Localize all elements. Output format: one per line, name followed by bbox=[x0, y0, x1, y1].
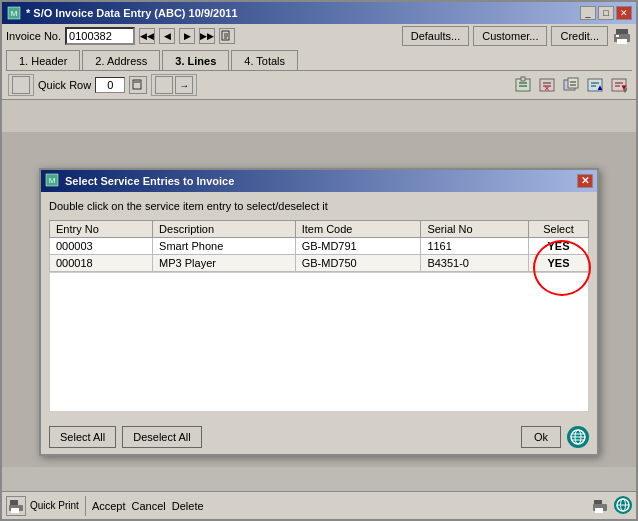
col-item-code: Item Code bbox=[295, 220, 421, 237]
credit-button[interactable]: Credit... bbox=[551, 26, 608, 46]
defaults-button[interactable]: Defaults... bbox=[402, 26, 470, 46]
title-bar: M * S/O Invoice Data Entry (ABC) 10/9/20… bbox=[2, 2, 636, 24]
svg-rect-21 bbox=[568, 78, 578, 88]
right-icon-group: ✕ ▲ bbox=[512, 74, 630, 96]
item-code-cell: GB-MD791 bbox=[295, 237, 421, 254]
lines-section-btn[interactable] bbox=[12, 76, 30, 94]
section-mid: → bbox=[151, 74, 197, 96]
serial-no-cell: B4351-0 bbox=[421, 254, 529, 271]
divider bbox=[85, 496, 86, 516]
nav-next-button[interactable]: ▶ bbox=[179, 28, 195, 44]
globe-icon bbox=[567, 426, 589, 448]
invoice-label: Invoice No. bbox=[6, 30, 61, 42]
app-icon: M bbox=[6, 5, 22, 21]
table-row[interactable]: 000003 Smart Phone GB-MD791 1161 YES bbox=[50, 237, 589, 254]
deselect-all-button[interactable]: Deselect All bbox=[122, 426, 201, 448]
svg-text:✕: ✕ bbox=[544, 85, 550, 92]
modal-description: Double click on the service item entry t… bbox=[49, 200, 589, 212]
modal-overlay: M Select Service Entries to Invoice ✕ Do… bbox=[2, 132, 636, 491]
select-cell: YES bbox=[529, 237, 589, 254]
svg-rect-41 bbox=[11, 508, 19, 513]
nav-first-button[interactable]: ◀◀ bbox=[139, 28, 155, 44]
svg-rect-10 bbox=[133, 80, 141, 89]
tab-address[interactable]: 2. Address bbox=[82, 50, 160, 70]
table-row[interactable]: 000018 MP3 Player GB-MD750 B4351-0 YES bbox=[50, 254, 589, 271]
col-serial-no: Serial No bbox=[421, 220, 529, 237]
modal-title-bar: M Select Service Entries to Invoice ✕ bbox=[41, 170, 597, 192]
item-code-cell: GB-MD750 bbox=[295, 254, 421, 271]
col-description: Description bbox=[153, 220, 296, 237]
invoice-input[interactable] bbox=[65, 27, 135, 45]
icon-btn-3[interactable] bbox=[560, 74, 582, 96]
toolbar: Invoice No. ◀◀ ◀ ▶ ▶▶ Defaults... Custom… bbox=[2, 24, 636, 48]
window-title: * S/O Invoice Data Entry (ABC) 10/9/2011 bbox=[26, 7, 580, 19]
window-controls: _ □ ✕ bbox=[580, 6, 632, 20]
modal-icon: M bbox=[45, 173, 61, 189]
quick-row-input[interactable] bbox=[95, 77, 125, 93]
close-button[interactable]: ✕ bbox=[616, 6, 632, 20]
description-cell: Smart Phone bbox=[153, 237, 296, 254]
tab-lines[interactable]: 3. Lines bbox=[162, 50, 229, 70]
svg-rect-8 bbox=[617, 39, 627, 44]
taskbar: Quick Print Accept Cancel Delete bbox=[2, 491, 636, 519]
serial-no-cell: 1161 bbox=[421, 237, 529, 254]
modal-close-button[interactable]: ✕ bbox=[577, 174, 593, 188]
nav-last-button[interactable]: ▶▶ bbox=[199, 28, 215, 44]
printer-icon bbox=[612, 26, 632, 46]
nav-search-button[interactable] bbox=[219, 28, 235, 44]
modal-title: Select Service Entries to Invoice bbox=[65, 175, 577, 187]
entry-no-cell: 000003 bbox=[50, 237, 153, 254]
modal-body: Double click on the service item entry t… bbox=[41, 192, 597, 420]
modal-dialog: M Select Service Entries to Invoice ✕ Do… bbox=[39, 168, 599, 456]
tabs-row: 1. Header 2. Address 3. Lines 4. Totals bbox=[2, 48, 636, 70]
col-entry-no: Entry No bbox=[50, 220, 153, 237]
icon-btn-1[interactable] bbox=[512, 74, 534, 96]
svg-text:M: M bbox=[11, 9, 18, 18]
quick-print-label: Quick Print bbox=[30, 500, 79, 511]
delete-label[interactable]: Delete bbox=[172, 500, 204, 512]
section-left bbox=[8, 74, 34, 96]
service-entries-table: Entry No Description Item Code Serial No… bbox=[49, 220, 589, 272]
quick-row-label: Quick Row bbox=[38, 79, 91, 91]
svg-rect-9 bbox=[616, 35, 619, 37]
icon-btn-5[interactable]: ▼ ▼ bbox=[608, 74, 630, 96]
icon-btn-2[interactable]: ✕ bbox=[536, 74, 558, 96]
icon-btn-4[interactable]: ▲ bbox=[584, 74, 606, 96]
svg-rect-6 bbox=[616, 29, 628, 34]
select-all-button[interactable]: Select All bbox=[49, 426, 116, 448]
minimize-button[interactable]: _ bbox=[580, 6, 596, 20]
taskbar-globe-btn[interactable] bbox=[614, 496, 632, 514]
customer-button[interactable]: Customer... bbox=[473, 26, 547, 46]
svg-text:M: M bbox=[49, 176, 56, 185]
quick-row-search-btn[interactable] bbox=[129, 76, 147, 94]
lines-toolbar: Quick Row → bbox=[2, 71, 636, 100]
quick-print-section: Quick Print bbox=[6, 496, 79, 516]
section-mid-btn1[interactable] bbox=[155, 76, 173, 94]
footer-left: Select All Deselect All bbox=[49, 426, 202, 448]
accept-label[interactable]: Accept bbox=[92, 500, 126, 512]
nav-prev-button[interactable]: ◀ bbox=[159, 28, 175, 44]
description-cell: MP3 Player bbox=[153, 254, 296, 271]
modal-footer: Select All Deselect All Ok bbox=[41, 420, 597, 454]
svg-rect-44 bbox=[595, 508, 603, 513]
entry-no-cell: 000018 bbox=[50, 254, 153, 271]
taskbar-printer-btn[interactable] bbox=[590, 496, 610, 516]
ok-button[interactable]: Ok bbox=[521, 426, 561, 448]
empty-table-area bbox=[49, 272, 589, 412]
col-select: Select bbox=[529, 220, 589, 237]
tab-totals[interactable]: 4. Totals bbox=[231, 50, 298, 70]
maximize-button[interactable]: □ bbox=[598, 6, 614, 20]
section-mid-btn2[interactable]: → bbox=[175, 76, 193, 94]
tab-header[interactable]: 1. Header bbox=[6, 50, 80, 70]
svg-rect-15 bbox=[521, 77, 525, 81]
quick-print-icon[interactable] bbox=[6, 496, 26, 516]
footer-right: Ok bbox=[521, 426, 589, 448]
main-window: M * S/O Invoice Data Entry (ABC) 10/9/20… bbox=[0, 0, 638, 521]
select-cell: YES bbox=[529, 254, 589, 271]
taskbar-right bbox=[590, 496, 632, 516]
cancel-label[interactable]: Cancel bbox=[132, 500, 166, 512]
svg-text:▲: ▲ bbox=[596, 83, 604, 92]
